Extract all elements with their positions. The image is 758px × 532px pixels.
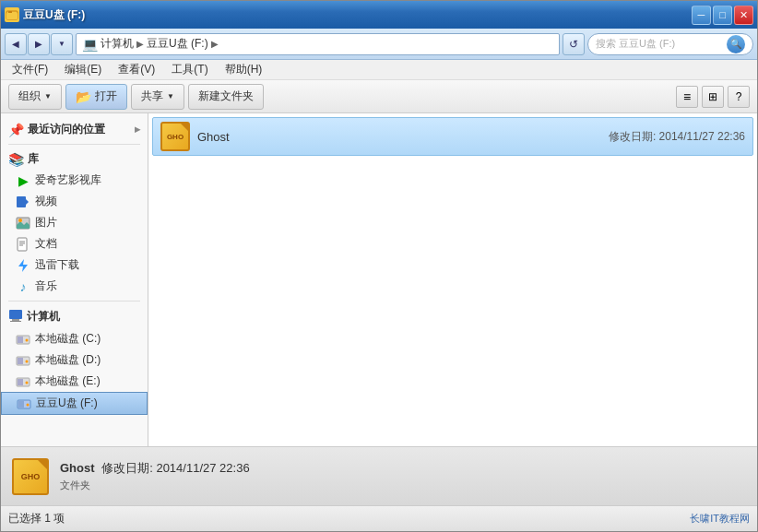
- help-button[interactable]: ?: [728, 86, 750, 108]
- svg-point-20: [26, 360, 29, 362]
- sidebar-section-recent: 📌 最近访问的位置 ▶: [1, 119, 148, 140]
- nav-buttons: ◀ ▶ ▼: [5, 33, 73, 55]
- sidebar-section-library: 📚 库 ▶ 爱奇艺影视库 视频 图片: [1, 148, 148, 297]
- menu-bar: 文件(F) 编辑(E) 查看(V) 工具(T) 帮助(H): [1, 60, 757, 80]
- pictures-icon: [16, 216, 30, 231]
- window-title: 豆豆U盘 (F:): [23, 7, 85, 23]
- breadcrumb-computer: 计算机: [101, 36, 134, 52]
- sidebar-section-computer: 计算机 本地磁盘 (C:) 本地磁盘 (D:): [1, 305, 148, 415]
- svg-rect-14: [10, 321, 21, 322]
- svg-rect-25: [18, 401, 24, 408]
- drive-e-icon: [16, 374, 30, 389]
- svg-point-23: [26, 381, 29, 384]
- maximize-button[interactable]: □: [713, 6, 732, 25]
- search-placeholder-text: 搜索 豆豆U盘 (F:): [596, 37, 723, 51]
- organize-button[interactable]: 组织 ▼: [8, 84, 62, 110]
- gho-icon: GHO: [160, 122, 190, 151]
- sidebar: 📌 最近访问的位置 ▶ 📚 库 ▶ 爱奇艺影视库: [1, 113, 148, 446]
- sidebar-item-documents[interactable]: 文档: [1, 233, 148, 254]
- view-pane-button[interactable]: ⊞: [702, 86, 724, 108]
- status-bar: 已选择 1 项 长啸IT教程网: [1, 505, 757, 531]
- iqiyi-icon: ▶: [16, 173, 30, 188]
- svg-rect-13: [12, 319, 19, 321]
- recent-icon: 📌: [8, 123, 24, 137]
- menu-tools[interactable]: 工具(T): [164, 60, 215, 79]
- svg-point-6: [18, 219, 22, 222]
- explorer-window: 豆豆U盘 (F:) ─ □ ✕ ◀ ▶ ▼ 💻 计算机 ▶ 豆豆U盘 (F:) …: [0, 0, 758, 532]
- share-button[interactable]: 共享 ▼: [131, 84, 184, 110]
- preview-type: 文件夹: [60, 479, 250, 492]
- minimize-button[interactable]: ─: [692, 6, 711, 25]
- sidebar-item-thunder[interactable]: 迅雷下载: [1, 254, 148, 276]
- sidebar-item-music[interactable]: ♪ 音乐: [1, 276, 148, 297]
- search-bar[interactable]: 搜索 豆豆U盘 (F:) 🔍: [587, 33, 753, 55]
- menu-help[interactable]: 帮助(H): [218, 60, 270, 79]
- svg-marker-4: [26, 199, 29, 205]
- ghost-file-date: 修改日期: 2014/11/27 22:36: [609, 129, 745, 145]
- menu-view[interactable]: 查看(V): [111, 60, 162, 79]
- svg-rect-16: [18, 337, 23, 343]
- svg-marker-11: [18, 259, 28, 272]
- svg-rect-22: [18, 379, 23, 385]
- video-icon: [16, 195, 30, 209]
- file-item-ghost[interactable]: GHO Ghost 修改日期: 2014/11/27 22:36: [152, 117, 753, 156]
- drive-f-icon: [17, 396, 31, 411]
- file-list[interactable]: GHO Ghost 修改日期: 2014/11/27 22:36: [148, 113, 757, 446]
- sidebar-item-drive-c[interactable]: 本地磁盘 (C:): [1, 328, 148, 349]
- new-folder-button[interactable]: 新建文件夹: [188, 84, 264, 110]
- svg-point-26: [27, 403, 30, 406]
- view-list-button[interactable]: ≡: [676, 86, 698, 108]
- preview-info: Ghost 修改日期: 2014/11/27 22:36 文件夹: [60, 460, 250, 492]
- preview-name: Ghost 修改日期: 2014/11/27 22:36: [60, 460, 250, 477]
- open-icon: 📂: [76, 89, 91, 104]
- drive-d-icon: [16, 353, 30, 368]
- sidebar-item-pictures[interactable]: 图片: [1, 212, 148, 233]
- sidebar-item-drive-e[interactable]: 本地磁盘 (E:): [1, 371, 148, 392]
- thunder-icon: [16, 258, 30, 273]
- sidebar-divider-2: [8, 301, 140, 301]
- ghost-folder-icon: GHO: [160, 122, 190, 151]
- search-button[interactable]: 🔍: [727, 35, 745, 53]
- address-bar: ◀ ▶ ▼ 💻 计算机 ▶ 豆豆U盘 (F:) ▶ ↺ 搜索 豆豆U盘 (F:)…: [1, 29, 757, 60]
- sidebar-divider-1: [8, 144, 140, 145]
- library-icon: 📚: [8, 152, 24, 167]
- svg-rect-7: [18, 238, 27, 251]
- sidebar-item-video[interactable]: 视频: [1, 191, 148, 212]
- sidebar-header-recent: 📌 最近访问的位置 ▶: [1, 119, 148, 140]
- recent-arrow: ▶: [135, 125, 140, 134]
- menu-file[interactable]: 文件(F): [5, 60, 55, 79]
- refresh-button[interactable]: ↺: [563, 33, 585, 55]
- sidebar-item-iqiyi[interactable]: ▶ 爱奇艺影视库: [1, 170, 148, 191]
- drive-c-icon: [16, 332, 30, 347]
- title-bar-left: 豆豆U盘 (F:): [5, 7, 85, 23]
- back-button[interactable]: ◀: [5, 33, 27, 55]
- window-icon: [5, 7, 19, 22]
- breadcrumb-sep-1: ▶: [136, 39, 144, 49]
- open-button[interactable]: 📂 打开: [65, 84, 127, 110]
- status-selected-text: 已选择 1 项: [8, 511, 65, 526]
- computer-icon: [8, 308, 23, 325]
- dropdown-button[interactable]: ▼: [51, 33, 73, 55]
- window-controls: ─ □ ✕: [692, 6, 753, 25]
- breadcrumb-bar[interactable]: 💻 计算机 ▶ 豆豆U盘 (F:) ▶: [76, 33, 560, 55]
- toolbar-right: ≡ ⊞ ?: [676, 86, 750, 108]
- forward-button[interactable]: ▶: [28, 33, 50, 55]
- svg-rect-3: [17, 196, 26, 207]
- svg-rect-2: [8, 11, 12, 13]
- status-right: 长啸IT教程网: [690, 512, 750, 526]
- preview-icon: GHO: [12, 458, 49, 495]
- toolbar: 组织 ▼ 📂 打开 共享 ▼ 新建文件夹 ≡ ⊞ ?: [1, 80, 757, 113]
- sidebar-header-computer: 计算机: [1, 305, 148, 328]
- breadcrumb-sep-2: ▶: [211, 39, 219, 49]
- title-bar: 豆豆U盘 (F:) ─ □ ✕: [1, 1, 757, 29]
- sidebar-item-drive-f[interactable]: 豆豆U盘 (F:): [1, 392, 148, 415]
- svg-point-17: [26, 338, 29, 341]
- sidebar-item-drive-d[interactable]: 本地磁盘 (D:): [1, 349, 148, 371]
- documents-icon: [16, 237, 30, 252]
- main-content: 📌 最近访问的位置 ▶ 📚 库 ▶ 爱奇艺影视库: [1, 113, 757, 446]
- close-button[interactable]: ✕: [734, 6, 753, 25]
- ghost-file-name: Ghost: [197, 130, 601, 144]
- breadcrumb-drive: 豆豆U盘 (F:): [147, 36, 208, 52]
- svg-rect-12: [9, 310, 22, 319]
- menu-edit[interactable]: 编辑(E): [57, 60, 109, 79]
